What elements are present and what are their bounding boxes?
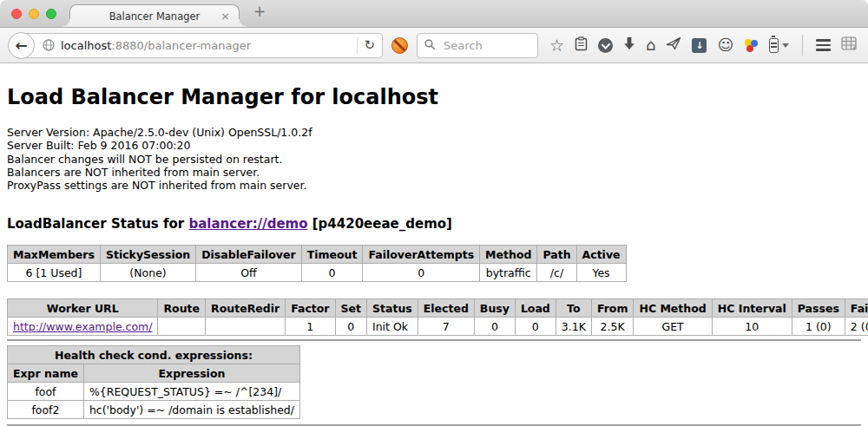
- url-path: :8880/balancer-manager: [111, 39, 251, 52]
- col-hc-method: HC Method: [634, 299, 712, 318]
- col-to: To: [556, 299, 591, 318]
- menu-hamburger-icon[interactable]: [816, 39, 831, 51]
- proxypass-notice-line: ProxyPass settings are NOT inherited fro…: [7, 179, 861, 192]
- server-info: Server Version: Apache/2.5.0-dev (Unix) …: [7, 126, 861, 192]
- battery-icon: [769, 38, 779, 53]
- cell-from: 2.5K: [591, 318, 634, 336]
- zoom-window-button[interactable]: [46, 9, 56, 19]
- col-passes: Passes: [792, 299, 845, 318]
- col-expr-name: Expr name: [8, 364, 84, 383]
- col-elected: Elected: [418, 299, 474, 318]
- table-row: foof2 hc('body') =~ /domain is establish…: [8, 401, 300, 419]
- col-failoverattempts: FailoverAttempts: [363, 246, 480, 264]
- cell-hc-method: GET: [634, 318, 712, 336]
- back-button[interactable]: ←: [8, 32, 35, 59]
- table-header-row: MaxMembers StickySession DisableFailover…: [8, 246, 627, 264]
- cell-routeredir: [206, 318, 286, 336]
- send-plane-icon[interactable]: [666, 36, 681, 54]
- cell-expression: %{REQUEST_STATUS} =~ /^[234]/: [83, 383, 299, 401]
- reading-list-icon[interactable]: [575, 36, 588, 55]
- colored-dots-addon-icon[interactable]: [744, 38, 759, 53]
- col-busy: Busy: [474, 299, 515, 318]
- section-divider: [7, 339, 861, 341]
- persist-notice-line: Balancer changes will NOT be persisted o…: [7, 153, 861, 166]
- browser-window: Balancer Manager × + ← localhost:8880/ba…: [0, 0, 868, 426]
- table-header-row: Worker URL Route RouteRedir Factor Set S…: [8, 299, 868, 318]
- balancer-params-table: MaxMembers StickySession DisableFailover…: [7, 245, 627, 282]
- table-row: 6 [1 Used] (None) Off 0 0 bytraffic /c/ …: [8, 264, 627, 282]
- workers-table: Worker URL Route RouteRedir Factor Set S…: [7, 298, 868, 336]
- home-icon[interactable]: ⌂: [646, 37, 655, 53]
- col-stickysession: StickySession: [100, 246, 195, 264]
- cell-timeout: 0: [301, 264, 363, 282]
- cell-fails: 2 (0): [845, 318, 868, 336]
- col-routeredir: RouteRedir: [206, 299, 286, 318]
- cell-worker-url: http://www.example.com/: [8, 318, 158, 336]
- hc-table-title: Health check cond. expressions:: [8, 346, 300, 364]
- minimize-window-button[interactable]: [29, 9, 39, 19]
- col-hc-interval: HC Interval: [712, 299, 792, 318]
- search-input[interactable]: [442, 38, 530, 53]
- worker-url-link[interactable]: http://www.example.com/: [13, 320, 152, 333]
- page-content: Load Balancer Manager for localhost Serv…: [0, 85, 868, 426]
- cell-route: [158, 318, 206, 336]
- tab-close-icon[interactable]: ×: [220, 10, 230, 23]
- cell-hc-interval: 10: [712, 318, 792, 336]
- col-factor: Factor: [286, 299, 335, 318]
- window-controls: [11, 9, 56, 19]
- back-arrow-icon: ←: [15, 38, 27, 53]
- url-host: localhost: [61, 39, 111, 52]
- url-bar[interactable]: localhost:8880/balancer-manager ↻: [22, 33, 383, 58]
- reload-icon[interactable]: ↻: [364, 39, 375, 52]
- cell-load: 0: [515, 318, 556, 336]
- pocket-icon[interactable]: [598, 38, 613, 53]
- table-title-row: Health check cond. expressions:: [8, 346, 300, 364]
- col-fails: Fails: [845, 299, 868, 318]
- cell-to: 3.1K: [556, 318, 591, 336]
- col-load: Load: [515, 299, 556, 318]
- cell-expr-name: foof2: [8, 401, 84, 419]
- cell-status: Init Ok: [367, 318, 418, 336]
- col-disablefailover: DisableFailover: [196, 246, 301, 264]
- page-title: Load Balancer Manager for localhost: [7, 85, 861, 109]
- col-status: Status: [367, 299, 418, 318]
- cell-set: 0: [335, 318, 366, 336]
- close-window-button[interactable]: [11, 9, 22, 19]
- cell-failoverattempts: 0: [363, 264, 480, 282]
- downloads-icon[interactable]: [623, 36, 635, 54]
- bookmark-star-icon[interactable]: ☆: [549, 37, 564, 54]
- cell-stickysession: (None): [100, 264, 195, 282]
- battery-addon-button[interactable]: [769, 38, 789, 53]
- cell-busy: 0: [474, 318, 515, 336]
- new-tab-button[interactable]: +: [253, 3, 266, 20]
- chat-smiley-icon[interactable]: ☺: [717, 37, 733, 53]
- cell-expression: hc('body') =~ /domain is established/: [83, 401, 299, 419]
- col-path: Path: [537, 246, 576, 264]
- url-text: localhost:8880/balancer-manager: [61, 39, 251, 52]
- tab-title: Balancer Manager: [109, 10, 201, 23]
- col-active: Active: [576, 246, 626, 264]
- col-maxmembers: MaxMembers: [8, 246, 101, 264]
- cell-path: /c/: [537, 264, 576, 282]
- table-row: foof %{REQUEST_STATUS} =~ /^[234]/: [8, 383, 300, 401]
- download-manager-icon[interactable]: ↓: [692, 38, 707, 53]
- health-check-table: Health check cond. expressions: Expr nam…: [7, 345, 300, 419]
- search-icon: [424, 37, 436, 54]
- status-heading-suffix: [p4420eeae_demo]: [308, 216, 452, 232]
- cell-factor: 1: [286, 318, 335, 336]
- tab-balancer-manager[interactable]: Balancer Manager ×: [69, 4, 240, 27]
- cell-elected: 7: [418, 318, 474, 336]
- search-bar[interactable]: [417, 33, 538, 58]
- col-method: Method: [480, 246, 537, 264]
- server-version-line: Server Version: Apache/2.5.0-dev (Unix) …: [7, 126, 861, 139]
- cell-maxmembers: 6 [1 Used]: [8, 264, 101, 282]
- status-heading-prefix: LoadBalancer Status for: [7, 216, 188, 232]
- cell-method: bytraffic: [480, 264, 537, 282]
- balancer-demo-link[interactable]: balancer://demo: [188, 216, 307, 232]
- balancers-notice-line: Balancers are NOT inherited from main se…: [7, 166, 861, 179]
- sidebar-grid-icon[interactable]: [841, 36, 857, 54]
- globe-icon: [43, 39, 55, 51]
- cell-disablefailover: Off: [196, 264, 301, 282]
- col-from: From: [591, 299, 634, 318]
- content-blocker-icon[interactable]: [391, 37, 408, 54]
